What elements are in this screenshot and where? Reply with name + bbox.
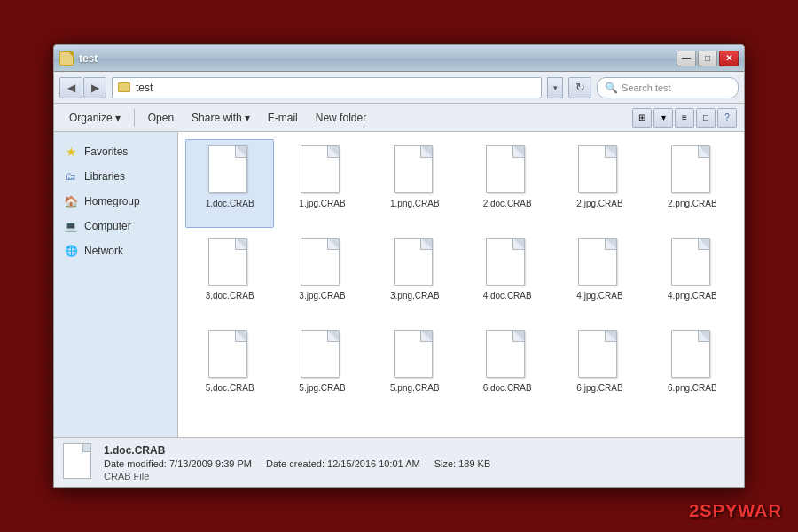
- share-with-button[interactable]: Share with ▾: [184, 107, 258, 129]
- minimize-button[interactable]: —: [677, 51, 696, 66]
- file-label: 4.png.CRAB: [668, 290, 717, 301]
- title-bar-left: test: [59, 51, 98, 66]
- close-button[interactable]: ✕: [719, 51, 739, 66]
- file-icon: [671, 145, 714, 195]
- path-folder-icon: [118, 82, 130, 92]
- file-item[interactable]: 1.png.CRAB: [371, 139, 459, 228]
- file-page-shape: [301, 145, 340, 193]
- sidebar: ★ Favorites 🗂 Libraries 🏠 Homegroup 💻 Co…: [54, 132, 178, 437]
- file-list: 1.doc.CRAB1.jpg.CRAB1.png.CRAB2.doc.CRAB…: [178, 132, 744, 437]
- view-preview-button[interactable]: □: [696, 108, 716, 128]
- libraries-label: Libraries: [84, 170, 125, 183]
- view-details-button[interactable]: ≡: [675, 108, 694, 128]
- file-label: 1.doc.CRAB: [206, 198, 254, 209]
- status-info: 1.doc.CRAB Date modified: 7/13/2009 9:39…: [104, 444, 490, 481]
- file-page-shape: [578, 145, 617, 193]
- file-icon: [394, 330, 436, 379]
- back-button[interactable]: ◀: [59, 77, 82, 98]
- file-item[interactable]: 2.jpg.CRAB: [555, 139, 644, 228]
- content-area: ★ Favorites 🗂 Libraries 🏠 Homegroup 💻 Co…: [54, 132, 744, 437]
- file-label: 5.jpg.CRAB: [299, 382, 345, 394]
- file-item[interactable]: 1.jpg.CRAB: [278, 139, 366, 228]
- file-page-shape: [208, 238, 247, 286]
- file-item[interactable]: 2.png.CRAB: [648, 139, 737, 228]
- sidebar-item-libraries[interactable]: 🗂 Libraries: [54, 164, 177, 189]
- title-bar-controls: — □ ✕: [677, 51, 739, 66]
- file-item[interactable]: 1.doc.CRAB: [185, 139, 274, 228]
- file-page-shape: [486, 330, 525, 378]
- view-icons-button[interactable]: ⊞: [632, 108, 652, 128]
- file-page-shape: [301, 238, 340, 286]
- file-label: 3.doc.CRAB: [206, 290, 254, 301]
- file-item[interactable]: 4.doc.CRAB: [463, 231, 552, 320]
- file-icon: [486, 330, 528, 379]
- status-size: Size: 189 KB: [434, 458, 491, 469]
- file-item[interactable]: 5.doc.CRAB: [185, 324, 274, 412]
- file-page-shape: [394, 238, 433, 286]
- file-label: 4.jpg.CRAB: [576, 290, 622, 301]
- file-item[interactable]: 3.png.CRAB: [371, 231, 459, 320]
- file-item[interactable]: 5.png.CRAB: [371, 324, 459, 412]
- status-date-modified: Date modified: 7/13/2009 9:39 PM: [104, 458, 252, 469]
- forward-button[interactable]: ▶: [83, 77, 106, 98]
- sidebar-item-favorites[interactable]: ★ Favorites: [54, 139, 177, 164]
- organize-button[interactable]: Organize ▾: [61, 107, 129, 129]
- search-icon: 🔍: [605, 82, 618, 94]
- file-label: 5.doc.CRAB: [206, 382, 254, 394]
- file-page-shape: [486, 145, 525, 193]
- file-icon: [394, 238, 436, 287]
- email-button[interactable]: E-mail: [260, 107, 306, 129]
- file-page-shape: [486, 238, 525, 286]
- file-label: 6.png.CRAB: [668, 382, 717, 394]
- address-path[interactable]: test: [112, 77, 542, 98]
- toolbar-sep-1: [134, 109, 135, 127]
- toolbar: Organize ▾ Open Share with ▾ E-mail New …: [54, 104, 744, 132]
- view-buttons: ⊞ ▾ ≡ □ ?: [632, 108, 737, 128]
- open-button[interactable]: Open: [140, 107, 182, 129]
- homegroup-icon: 🏠: [63, 193, 79, 209]
- address-bar: ◀ ▶ test ▾ ↻ 🔍 Search test: [54, 72, 744, 104]
- sidebar-item-homegroup[interactable]: 🏠 Homegroup: [54, 189, 177, 214]
- file-item[interactable]: 3.doc.CRAB: [185, 231, 274, 320]
- sidebar-item-computer[interactable]: 💻 Computer: [54, 214, 177, 239]
- nav-buttons: ◀ ▶: [59, 77, 106, 98]
- file-item[interactable]: 3.jpg.CRAB: [278, 231, 366, 320]
- file-page-shape: [208, 330, 247, 378]
- file-label: 2.doc.CRAB: [483, 198, 532, 209]
- file-icon: [301, 238, 343, 287]
- file-item[interactable]: 5.jpg.CRAB: [278, 324, 366, 412]
- help-button[interactable]: ?: [717, 108, 737, 128]
- refresh-button[interactable]: ↻: [568, 77, 591, 98]
- file-item[interactable]: 6.doc.CRAB: [463, 324, 552, 412]
- file-item[interactable]: 2.doc.CRAB: [463, 139, 552, 228]
- status-date-created: Date created: 12/15/2016 10:01 AM: [266, 458, 420, 469]
- file-icon: [578, 330, 621, 379]
- favorites-icon: ★: [63, 144, 79, 160]
- file-label: 3.jpg.CRAB: [299, 290, 345, 301]
- status-meta: Date modified: 7/13/2009 9:39 PM Date cr…: [104, 458, 490, 469]
- file-page-shape: [578, 330, 617, 378]
- sidebar-item-network[interactable]: 🌐 Network: [54, 239, 177, 263]
- watermark-prefix: 2: [689, 501, 700, 520]
- address-dropdown[interactable]: ▾: [547, 77, 563, 98]
- file-item[interactable]: 4.jpg.CRAB: [555, 231, 644, 320]
- status-file-icon: [63, 443, 95, 482]
- file-icon: [671, 238, 714, 287]
- file-label: 1.png.CRAB: [390, 198, 440, 209]
- file-item[interactable]: 6.jpg.CRAB: [555, 324, 644, 412]
- title-folder-icon: [59, 51, 74, 66]
- file-item[interactable]: 4.png.CRAB: [648, 231, 737, 320]
- search-box[interactable]: 🔍 Search test: [597, 77, 739, 98]
- file-label: 2.png.CRAB: [668, 198, 717, 209]
- explorer-window: test — □ ✕ ◀ ▶ test ▾ ↻ 🔍 Search test Or…: [53, 44, 745, 488]
- file-icon: [394, 145, 436, 195]
- maximize-button[interactable]: □: [698, 51, 717, 66]
- homegroup-label: Homegroup: [84, 195, 140, 207]
- file-icon: [578, 238, 621, 287]
- file-item[interactable]: 6.png.CRAB: [648, 324, 737, 412]
- window-title: test: [79, 52, 98, 65]
- file-page-shape: [671, 330, 710, 378]
- view-dropdown-button[interactable]: ▾: [653, 108, 673, 128]
- file-icon: [486, 238, 528, 287]
- new-folder-button[interactable]: New folder: [308, 107, 374, 129]
